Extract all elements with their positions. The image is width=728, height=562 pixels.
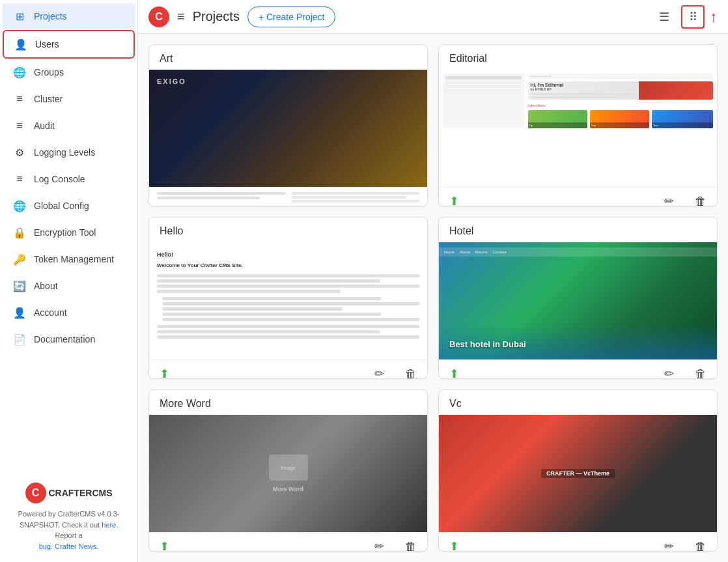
page-title: Projects [193, 9, 240, 24]
more-word-edit-button[interactable]: ✏ [374, 539, 384, 552]
moreword-preview: Image More Word [149, 415, 427, 532]
editorial-upload-button[interactable]: ⬆ [449, 194, 459, 206]
crafter-logo: C CRAFTERCMS [10, 483, 127, 503]
projects-grid: Art EXIGO 👤 [138, 34, 728, 562]
settings-icon: ⚙ [13, 146, 26, 159]
sidebar-item-projects[interactable]: ⊞ Projects [3, 3, 135, 29]
project-card-hotel: Hotel HomeAboutRoomsContact Best hotel i… [438, 217, 718, 379]
more-word-upload-button[interactable]: ⬆ [160, 539, 169, 552]
project-thumbnail-art: EXIGO [149, 70, 427, 187]
arrow-up-indicator: ↑ [710, 9, 718, 25]
vc-edit-button[interactable]: ✏ [664, 539, 674, 552]
project-title-hotel: Hotel [439, 218, 717, 242]
project-actions-hello: ⬆ ✏ 🗑 [149, 359, 427, 379]
globe-icon: 🌐 [13, 66, 26, 79]
project-title-vc: Vc [439, 390, 717, 415]
project-card-vc: Vc CRAFTER — VcTheme ⬆ ✏ 🗑 [438, 389, 718, 552]
create-project-button[interactable]: + Create Project [247, 7, 336, 27]
project-actions-vc: ⬆ ✏ 🗑 [439, 532, 717, 552]
sidebar-item-label: Log Console [34, 174, 85, 184]
sidebar-item-users[interactable]: 👤 Users [3, 30, 135, 59]
project-actions-editorial: ⬆ ✏ 🗑 [439, 187, 717, 206]
project-thumbnail-vc: CRAFTER — VcTheme [439, 415, 717, 532]
key-icon: 🔑 [13, 253, 26, 266]
hello-title-text: Hello! [157, 250, 419, 259]
refresh-icon: 🔄 [13, 279, 26, 292]
vc-preview: CRAFTER — VcTheme [439, 415, 717, 532]
exigo-label: EXIGO [157, 77, 419, 85]
topbar-left: C ≡ Projects + Create Project [148, 7, 335, 27]
crafter-logo-icon: C [25, 483, 46, 503]
topbar-list-view-button[interactable]: ☰ [652, 5, 676, 29]
grid-view-icon: ⠿ [689, 10, 697, 24]
hotel-delete-button[interactable]: 🗑 [695, 367, 707, 380]
vc-upload-button[interactable]: ⬆ [449, 539, 459, 552]
hamburger-menu-icon[interactable]: ≡ [177, 9, 185, 24]
hotel-upload-button[interactable]: ⬆ [449, 367, 459, 379]
crafter-logo-text: CRAFTERCMS [49, 488, 113, 498]
editorial-edit-button[interactable]: ✏ [664, 194, 674, 206]
list-icon: ≡ [13, 173, 26, 186]
sidebar-item-label: Users [35, 39, 59, 49]
project-card-hello: Hello Hello! Welcome to Your Crafter CMS… [148, 217, 428, 379]
topbar-right: ☰ ⠿ ↑ [652, 5, 718, 29]
project-thumbnail-hotel: HomeAboutRoomsContact Best hotel in Duba… [439, 242, 717, 359]
sidebar-item-label: Global Config [34, 201, 89, 211]
project-title-hello: Hello [149, 218, 427, 242]
sidebar-item-label: About [34, 281, 58, 291]
sidebar-footer: C CRAFTERCMS Powered by CrafterCMS v4.0.… [0, 472, 137, 562]
topbar-logo: C [148, 7, 169, 27]
grid-icon: ⊞ [13, 10, 26, 23]
project-title-more-word: More Word [149, 390, 427, 415]
editorial-delete-button[interactable]: 🗑 [695, 195, 707, 207]
sidebar-item-documentation[interactable]: 📄 Documentation [3, 326, 135, 352]
sidebar-item-account[interactable]: 👤 Account [3, 300, 135, 326]
project-actions-hotel: ⬆ ✏ 🗑 [439, 359, 717, 379]
project-card-editorial: Editorial ──────── ✓ [438, 44, 718, 206]
sidebar-item-groups[interactable]: 🌐 Groups [3, 59, 135, 85]
sidebar-item-about[interactable]: 🔄 About [3, 273, 135, 299]
sidebar-item-label: Groups [34, 67, 64, 77]
vc-delete-button[interactable]: 🗑 [695, 540, 707, 552]
project-thumbnail-more-word: Image More Word [149, 415, 427, 532]
footer-powered-by: Powered by CrafterCMS v4.0.3-SNAPSHOT. C… [10, 509, 127, 552]
lock-icon: 🔒 [13, 226, 26, 239]
sidebar-item-label: Documentation [34, 334, 95, 344]
project-title-art: Art [149, 45, 427, 70]
project-title-editorial: Editorial [439, 45, 717, 70]
footer-crafter-news-link[interactable]: Crafter News. [55, 542, 98, 550]
account-icon: 👤 [13, 306, 26, 319]
topbar: C ≡ Projects + Create Project ☰ ⠿ ↑ [138, 0, 728, 34]
sidebar-item-audit[interactable]: ≡ Audit [3, 113, 135, 139]
project-card-more-word: More Word Image More Word ⬆ ✏ 🗑 [148, 389, 428, 552]
list-view-icon: ☰ [659, 10, 669, 24]
sidebar-item-label: Account [34, 307, 67, 318]
project-actions-more-word: ⬆ ✏ 🗑 [149, 532, 427, 552]
hotel-edit-button[interactable]: ✏ [664, 367, 674, 379]
editorial-sidebar-preview [443, 74, 524, 128]
sidebar-item-cluster[interactable]: ≡ Cluster [3, 86, 135, 112]
sidebar-item-label: Audit [34, 120, 55, 131]
hotel-tagline: Best hotel in Dubai [449, 339, 526, 349]
project-card-art: Art EXIGO 👤 [148, 44, 428, 206]
topbar-grid-view-button[interactable]: ⠿ [681, 5, 705, 29]
globe-icon: 🌐 [13, 199, 26, 212]
footer-bug-link[interactable]: bug [39, 542, 51, 550]
sidebar-item-global-config[interactable]: 🌐 Global Config [3, 193, 135, 219]
main-content: C ≡ Projects + Create Project ☰ ⠿ ↑ Art … [138, 0, 728, 562]
sidebar-item-label: Logging Levels [34, 147, 95, 158]
sidebar-item-label: Token Management [34, 254, 114, 264]
more-word-delete-button[interactable]: 🗑 [405, 540, 417, 552]
sidebar-item-logging-levels[interactable]: ⚙ Logging Levels [3, 139, 135, 165]
sidebar-item-label: Projects [34, 11, 67, 21]
sidebar: ⊞ Projects 👤 Users 🌐 Groups ≡ Cluster ≡ … [0, 0, 138, 562]
project-thumbnail-editorial: ──────── ✓ Hi, I'm Editorial by HTML5 UP [439, 70, 717, 187]
project-thumbnail-hello: Hello! Welcome to Your Crafter CMS Site. [149, 242, 427, 359]
sidebar-item-log-console[interactable]: ≡ Log Console [3, 166, 135, 192]
hello-upload-button[interactable]: ⬆ [160, 367, 169, 379]
sidebar-item-encryption-tool[interactable]: 🔒 Encryption Tool [3, 219, 135, 246]
hello-edit-button[interactable]: ✏ [374, 367, 384, 379]
footer-here-link[interactable]: here [102, 521, 116, 529]
sidebar-item-token-management[interactable]: 🔑 Token Management [3, 246, 135, 272]
hello-delete-button[interactable]: 🗑 [405, 367, 417, 380]
